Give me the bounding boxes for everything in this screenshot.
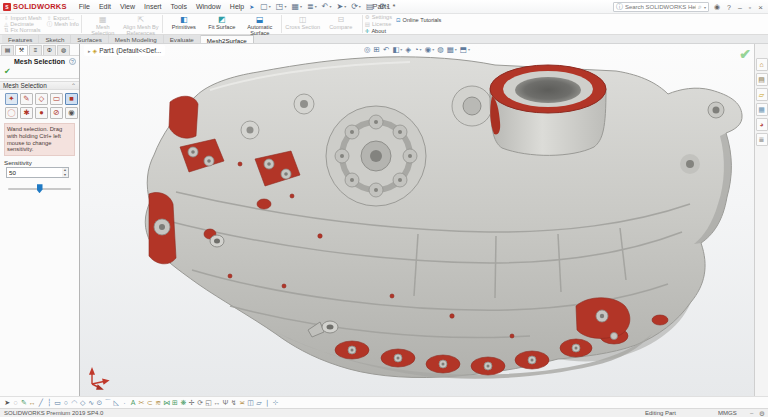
units-selector[interactable]: MMGS — [718, 409, 737, 417]
menu-view[interactable]: View — [116, 3, 139, 10]
select-tool-icon[interactable]: ➤ — [3, 397, 11, 408]
help-button[interactable]: ? — [725, 4, 733, 11]
search-submit-icon[interactable]: ⌕ — [698, 3, 702, 11]
rotate-icon[interactable]: ⟳ — [196, 397, 204, 408]
help-search-box[interactable]: ⓘ ⌕ ▾ — [613, 2, 709, 12]
ellipse-icon[interactable]: ⊙ — [95, 397, 103, 408]
offset-entities-icon[interactable]: ≋ — [154, 397, 162, 408]
rectangle-selection-tool[interactable]: ▭ — [50, 93, 63, 105]
file-explorer-icon[interactable]: ▱ — [756, 88, 768, 101]
graphics-area[interactable]: ▸ ◈ Part1 (Default<<Def... ◎ ▾ ⊞ ▾ — [80, 44, 754, 396]
polygon-icon[interactable]: ◇ — [79, 397, 87, 408]
menu-insert[interactable]: Insert — [140, 3, 166, 10]
save-icon[interactable]: ▦ ▾ — [289, 2, 304, 11]
undo-icon[interactable]: ↶ ▾ — [320, 2, 334, 11]
edit-appearance-icon[interactable]: ◍ ▾ — [437, 45, 444, 54]
plane-icon[interactable]: ▱ — [255, 397, 263, 408]
display-style-icon[interactable]: ◔ ▾ — [414, 45, 422, 54]
propertymanager-tab[interactable]: ⚒ — [15, 45, 28, 55]
section-view-icon[interactable]: ◧ ▾ — [392, 45, 402, 54]
status-options-icon[interactable]: ⚙ — [759, 409, 765, 417]
menu-file[interactable]: File — [75, 3, 94, 10]
centerline-icon[interactable]: ┆ — [45, 397, 53, 408]
sensitivity-slider[interactable] — [8, 184, 71, 194]
sensitivity-stepper[interactable]: ▲▼ — [62, 167, 69, 178]
arc-icon[interactable]: ◠ — [70, 397, 78, 408]
fit-surface-button[interactable]: ◩ Fit Surface — [203, 15, 241, 33]
primitives-button[interactable]: ◧ Primitives — [165, 15, 203, 33]
axis-icon[interactable]: ∣ — [263, 397, 271, 408]
part-root-label[interactable]: Part1 (Default<<Def... — [99, 47, 161, 54]
dynamic-annotation-icon[interactable]: ◈ ▾ — [405, 45, 411, 54]
appearances-icon[interactable]: ◕ — [756, 118, 768, 131]
help-icon[interactable]: ? — [69, 58, 76, 65]
online-tutorials-button[interactable]: ⊡ Online Tutorials — [396, 17, 441, 23]
model-transmission-housing[interactable] — [80, 44, 754, 396]
convert-entities-icon[interactable]: ⊂ — [146, 397, 154, 408]
section-icon[interactable]: ◫ — [246, 397, 254, 408]
lasso-select-icon[interactable]: ◌ — [11, 397, 19, 408]
design-library-icon[interactable]: ▤ — [756, 73, 768, 86]
coordinate-system-icon[interactable]: ⊹ — [272, 397, 280, 408]
hide-show-items-icon[interactable]: ◉ ▾ — [425, 45, 435, 54]
circle-icon[interactable]: ○ — [62, 397, 70, 408]
tab-evaluate[interactable]: Evaluate — [164, 35, 201, 43]
text-icon[interactable]: A — [129, 397, 137, 408]
compare-button[interactable]: ⊟ Compare — [322, 15, 360, 33]
confirmation-corner-ok[interactable]: ✔ — [739, 46, 751, 62]
solidworks-resources-icon[interactable]: ⌂ — [756, 58, 768, 71]
collapse-group-icon[interactable]: ⌃ — [71, 82, 76, 89]
pin-menu-icon[interactable]: ➤ — [249, 3, 254, 10]
measure-icon[interactable]: ≍ — [238, 397, 246, 408]
previous-view-icon[interactable]: ↶ ▾ — [383, 45, 389, 54]
menu-window[interactable]: Window — [192, 3, 225, 10]
sphere-selection-tool[interactable]: ● — [35, 107, 48, 119]
line-icon[interactable]: ╱ — [37, 397, 45, 408]
fillet-icon[interactable]: ⌒ — [104, 397, 112, 408]
linear-pattern-icon[interactable]: ⊞ — [171, 397, 179, 408]
menu-edit[interactable]: Edit — [95, 3, 115, 10]
show-selection-tool[interactable]: ◉ — [65, 107, 78, 119]
settings-button[interactable]: ⚙ Settings — [365, 14, 392, 20]
tab-mesh-modeling[interactable]: Mesh Modeling — [109, 35, 164, 43]
scale-icon[interactable]: ◱ — [204, 397, 212, 408]
close-button[interactable]: × — [756, 3, 765, 12]
custom-properties-icon[interactable]: ≣ — [756, 133, 768, 146]
select-icon[interactable]: ➤ ▾ — [334, 2, 348, 11]
mesh-info-button[interactable]: ⓘ Mesh Info — [47, 21, 79, 27]
license-button[interactable]: ▤ License — [365, 21, 392, 27]
slider-handle[interactable] — [37, 184, 43, 193]
polygon-selection-tool[interactable]: ◇ — [35, 93, 48, 105]
menu-tools[interactable]: Tools — [167, 3, 191, 10]
tab-surfaces[interactable]: Surfaces — [71, 35, 108, 43]
new-document-icon[interactable]: ▢ ▾ — [258, 2, 273, 11]
view-palette-icon[interactable]: ▦ — [756, 103, 768, 116]
fix-normals-button[interactable]: ⇅ Fix Normals — [4, 27, 42, 33]
mesh-selection-button[interactable]: ▦ Mesh Selection — [84, 15, 122, 33]
zoom-to-fit-icon[interactable]: ◎ ▾ — [364, 45, 371, 54]
featuremanager-tab[interactable]: ▤ — [1, 45, 14, 55]
search-input[interactable] — [625, 4, 696, 10]
tab-sketch[interactable]: Sketch — [39, 35, 71, 43]
dimxpert-tab[interactable]: Φ — [43, 45, 56, 55]
brush-selection-tool[interactable]: ✱ — [20, 107, 33, 119]
tab-features[interactable]: Features — [2, 35, 39, 43]
sketch-icon[interactable]: ✎ — [20, 397, 28, 408]
jog-icon[interactable]: ↯ — [230, 397, 238, 408]
stretch-icon[interactable]: ↔ — [213, 397, 221, 408]
smart-dimension-icon[interactable]: ↔ — [28, 397, 36, 408]
hide-selection-tool[interactable]: ⊘ — [50, 107, 63, 119]
expand-tree-icon[interactable]: ▸ — [88, 48, 91, 54]
wand-selection-tool[interactable]: ✦ — [5, 93, 18, 105]
point-icon[interactable]: ∙ — [120, 397, 128, 408]
tab-mesh2surface[interactable]: Mesh2Surface — [201, 35, 254, 43]
circle-selection-tool[interactable]: ◯ — [5, 107, 18, 119]
rebuild-icon[interactable]: ⟳ ▾ — [349, 2, 363, 11]
units-dropdown[interactable]: – — [750, 409, 753, 417]
apply-scene-icon[interactable]: ▦ ▾ — [447, 45, 457, 54]
sensitivity-input[interactable] — [6, 167, 68, 178]
ok-button[interactable]: ✔ — [0, 67, 79, 77]
zoom-to-area-icon[interactable]: ⊞ ▾ — [374, 45, 380, 54]
cross-section-button[interactable]: ◫ Cross Section — [284, 15, 322, 33]
circular-pattern-icon[interactable]: ❋ — [179, 397, 187, 408]
